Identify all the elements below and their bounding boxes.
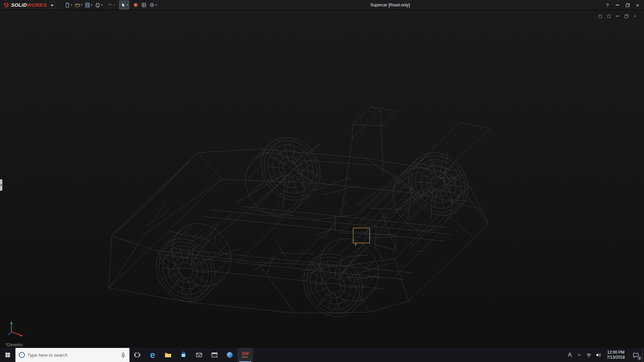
people-button[interactable] [565, 348, 575, 362]
desktop: SOLIDWORKS ▶ ▾ ▾ ▾ ▾ ▾ [0, 0, 644, 362]
window-icon [607, 15, 610, 18]
options-button[interactable]: ▾ [148, 1, 158, 9]
open-folder-icon [75, 2, 80, 8]
speaker-icon [595, 352, 601, 358]
gear-icon [149, 2, 155, 8]
undo-button[interactable]: ▾ [107, 1, 116, 9]
network-button[interactable] [584, 348, 593, 362]
x-axis-arrow [19, 334, 23, 337]
undo-arrow-icon [108, 2, 113, 8]
window-title: Supercar [Read-only] [370, 0, 410, 10]
cortana-ring-icon [19, 352, 25, 358]
task-view-button[interactable] [129, 348, 145, 362]
person-icon [567, 352, 573, 358]
y-axis-arrow [10, 321, 13, 324]
edge-icon: e [150, 351, 155, 360]
console-app-button[interactable] [207, 348, 222, 362]
select-cursor-icon [120, 2, 126, 8]
document-window-controls: × [596, 13, 639, 19]
save-button[interactable]: ▾ [84, 1, 93, 9]
select-button[interactable]: ▾ [119, 1, 129, 9]
sw-letters: SW [242, 351, 249, 356]
wifi-icon [586, 353, 592, 358]
dropdown-caret-icon[interactable]: ▾ [155, 4, 157, 6]
print-button[interactable]: ▾ [94, 1, 103, 9]
minimize-icon [616, 5, 619, 5]
window-icon [599, 15, 602, 18]
tray-overflow-button[interactable] [575, 348, 584, 362]
mail-button[interactable] [191, 348, 207, 362]
dropdown-caret-icon[interactable]: ▾ [101, 4, 102, 6]
restore-icon [626, 3, 630, 7]
dropdown-caret-icon[interactable]: ▾ [91, 4, 92, 6]
solidworks-app-icon: SW 2017 [242, 351, 249, 359]
printer-icon [95, 2, 100, 8]
brand-works: WORKS [27, 2, 47, 8]
solidworks-taskbar-button[interactable]: SW 2017 [237, 348, 253, 362]
ds-logo-icon [3, 1, 10, 9]
wireframe-model [0, 10, 644, 348]
taskbar-clock[interactable]: 12:00 PM 7/13/2018 [603, 350, 629, 360]
clock-time: 12:00 PM [603, 350, 629, 355]
evaluate-table-button[interactable] [140, 1, 148, 9]
edge-button[interactable]: e [145, 348, 160, 362]
doc-close-button[interactable]: × [631, 13, 639, 19]
restore-icon [625, 14, 628, 18]
minimize-button[interactable] [612, 0, 623, 10]
doc-window-button[interactable] [596, 13, 604, 19]
graphics-area[interactable]: × *Dimetric [0, 10, 644, 348]
start-button[interactable] [0, 348, 15, 362]
red-sphere-icon [133, 2, 139, 8]
mail-envelope-icon [196, 352, 203, 358]
z-axis-arrow [8, 332, 11, 335]
windows-taskbar: e SW 2017 [0, 348, 644, 362]
doc-restore-button[interactable] [622, 13, 631, 19]
window-controls: ? × [602, 0, 643, 10]
view-orientation-label: *Dimetric [5, 342, 23, 347]
help-button[interactable]: ? [602, 0, 612, 10]
appearance-sphere-button[interactable] [132, 1, 140, 9]
brand-solid: SOLID [11, 2, 27, 8]
app-window-icon [211, 352, 218, 358]
sw-year: 2017 [242, 356, 248, 359]
dropdown-caret-icon[interactable]: ▾ [126, 4, 128, 6]
minimize-icon [616, 16, 619, 16]
quick-access-toolbar: ▾ ▾ ▾ ▾ ▾ ▾ [63, 1, 158, 9]
open-button[interactable]: ▾ [74, 1, 83, 9]
selection-cross-icon [354, 243, 357, 246]
dropdown-caret-icon[interactable]: ▾ [81, 4, 82, 6]
store-button[interactable] [176, 348, 191, 362]
blue-sphere-icon [226, 352, 233, 358]
solidworks-logo: SOLIDWORKS [0, 1, 48, 9]
menu-flyout-arrow[interactable]: ▶ [49, 1, 55, 9]
doc-minimize-button[interactable] [613, 13, 622, 19]
orientation-triad [5, 315, 29, 339]
notification-badge: 3 [637, 356, 642, 360]
table-grid-icon [141, 2, 147, 8]
app-titlebar: SOLIDWORKS ▶ ▾ ▾ ▾ ▾ ▾ [0, 0, 644, 10]
show-desktop-button[interactable] [642, 348, 644, 362]
system-tray: 12:00 PM 7/13/2018 3 [565, 348, 644, 362]
close-button[interactable]: × [633, 0, 643, 10]
collapsed-pane-tab[interactable] [0, 179, 2, 191]
brand-text: SOLIDWORKS [11, 2, 47, 8]
microphone-icon[interactable] [120, 352, 126, 358]
chevron-up-icon [577, 353, 582, 357]
store-bag-icon [180, 352, 187, 358]
search-input[interactable] [28, 353, 118, 358]
maximize-button[interactable] [623, 0, 633, 10]
folder-icon [164, 352, 172, 358]
task-view-icon [134, 352, 141, 358]
clock-date: 7/13/2018 [603, 355, 629, 360]
dropdown-caret-icon[interactable]: ▾ [114, 4, 115, 6]
new-document-icon [65, 2, 70, 8]
new-document-button[interactable]: ▾ [64, 1, 73, 9]
save-floppy-icon [85, 2, 90, 8]
taskbar-search[interactable] [15, 348, 129, 362]
action-center-button[interactable]: 3 [629, 348, 642, 362]
doc-window-button-2[interactable] [604, 13, 613, 19]
dropdown-caret-icon[interactable]: ▾ [71, 4, 72, 6]
volume-button[interactable] [593, 348, 603, 362]
file-explorer-button[interactable] [160, 348, 176, 362]
blue-globe-app-button[interactable] [222, 348, 237, 362]
